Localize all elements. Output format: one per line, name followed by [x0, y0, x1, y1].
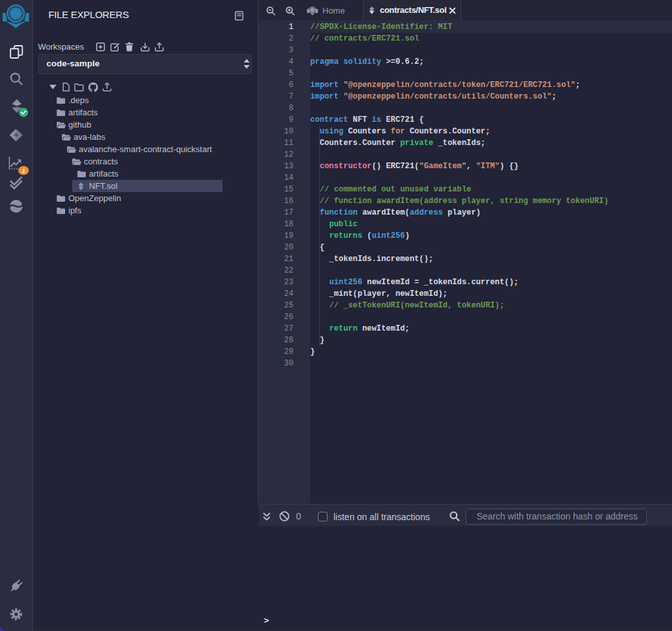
svg-text:1: 1 — [22, 167, 25, 174]
